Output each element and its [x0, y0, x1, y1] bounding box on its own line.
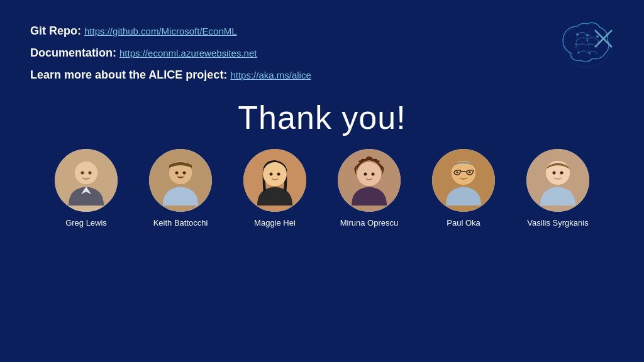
svg-point-38 — [372, 173, 375, 176]
svg-point-49 — [560, 172, 564, 175]
documentation-link[interactable]: https://econml.azurewebsites.net — [119, 48, 257, 58]
team-member-maggie: Maggie Hei — [237, 149, 313, 228]
member-name-keith: Keith Battocchi — [153, 218, 208, 228]
team-section: Greg Lewis Keith Battocchi — [30, 149, 614, 228]
git-repo-label: Git Repo: — [30, 25, 81, 37]
svg-point-48 — [553, 172, 556, 175]
svg-point-31 — [263, 162, 287, 186]
team-member-keith: Keith Battocchi — [143, 149, 218, 228]
thank-you-text: Thank you! — [238, 99, 406, 136]
avatar-paul — [432, 149, 495, 212]
svg-point-23 — [89, 172, 92, 175]
avatar-maggie — [243, 149, 306, 212]
svg-point-21 — [75, 162, 97, 184]
member-name-vasilis: Vasilis Syrgkanis — [527, 218, 588, 228]
avatar-miruna — [338, 149, 401, 212]
team-member-miruna: Miruna Oprescu — [331, 149, 407, 228]
member-name-miruna: Miruna Oprescu — [340, 218, 398, 228]
svg-point-43 — [457, 172, 458, 173]
alice-label: Learn more about the ALICE project: — [30, 69, 227, 81]
svg-point-44 — [469, 172, 471, 173]
svg-point-22 — [81, 172, 84, 175]
member-name-maggie: Maggie Hei — [254, 218, 296, 228]
svg-point-32 — [270, 173, 273, 176]
slide: Git Repo: https://github.com/Microsoft/E… — [0, 0, 644, 362]
git-repo-link[interactable]: https://github.com/Microsoft/EconML — [84, 26, 237, 36]
info-section: Git Repo: https://github.com/Microsoft/E… — [30, 23, 614, 84]
team-member-vasilis: Vasilis Syrgkanis — [520, 149, 596, 228]
member-name-greg: Greg Lewis — [65, 218, 107, 228]
avatar-vasilis — [526, 149, 589, 212]
documentation-label: Documentation: — [30, 47, 116, 59]
thank-you-section: Thank you! — [30, 99, 614, 136]
svg-point-37 — [364, 173, 367, 176]
svg-point-27 — [175, 172, 179, 175]
team-member-greg: Greg Lewis — [48, 149, 124, 228]
git-repo-line: Git Repo: https://github.com/Microsoft/E… — [30, 23, 614, 40]
documentation-line: Documentation: https://econml.azurewebsi… — [30, 45, 614, 62]
alice-link[interactable]: https://aka.ms/alice — [230, 70, 311, 80]
svg-point-28 — [183, 172, 186, 175]
team-member-paul: Paul Oka — [426, 149, 501, 228]
member-name-paul: Paul Oka — [447, 218, 480, 228]
alice-line: Learn more about the ALICE project: http… — [30, 67, 614, 84]
avatar-keith — [149, 149, 212, 212]
svg-point-36 — [357, 162, 381, 186]
svg-point-33 — [277, 173, 280, 176]
avatar-greg — [55, 149, 118, 212]
